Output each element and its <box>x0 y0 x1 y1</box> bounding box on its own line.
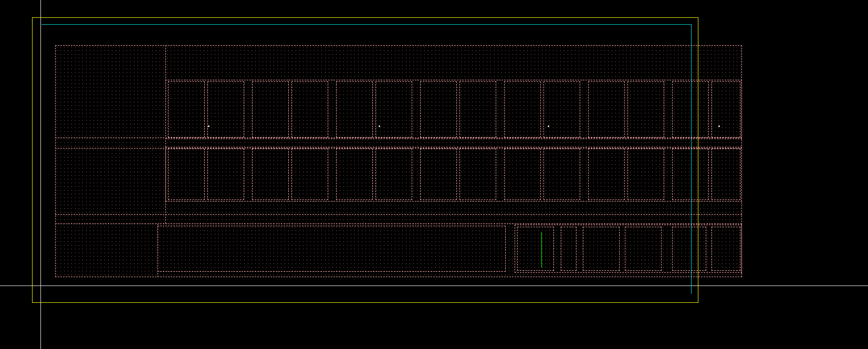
row2-cell[interactable] <box>375 149 412 200</box>
row2-cell[interactable] <box>252 149 289 200</box>
row2-cell[interactable] <box>504 149 541 200</box>
highlight-marker <box>541 232 542 268</box>
pin-marker <box>379 125 380 127</box>
row2-cell[interactable] <box>459 149 496 200</box>
row1-cell[interactable] <box>207 81 244 138</box>
row2-cell[interactable] <box>543 149 580 200</box>
row1-cell[interactable] <box>672 81 709 138</box>
row1-cell[interactable] <box>504 81 541 138</box>
row2-cell[interactable] <box>672 149 709 200</box>
row1-cell[interactable] <box>628 81 664 138</box>
row1-cell[interactable] <box>712 81 740 138</box>
row1-cell[interactable] <box>420 81 457 138</box>
row3-cell[interactable] <box>625 227 662 271</box>
row3-cell[interactable] <box>583 227 620 271</box>
row3-cell[interactable] <box>517 227 554 271</box>
row2-cell[interactable] <box>628 149 664 200</box>
row3-cell[interactable] <box>672 227 706 271</box>
row3-cell[interactable] <box>712 227 740 271</box>
row1-cell[interactable] <box>459 81 496 138</box>
row2-cell[interactable] <box>588 149 625 200</box>
row1-cell[interactable] <box>252 81 289 138</box>
row2-cell[interactable] <box>336 149 373 200</box>
row2-cell[interactable] <box>712 149 740 200</box>
row2-cell[interactable] <box>168 149 205 200</box>
row1-cell[interactable] <box>588 81 625 138</box>
row1-cell[interactable] <box>543 81 580 138</box>
row2-cell[interactable] <box>207 149 244 200</box>
pin-marker <box>208 125 210 127</box>
row1-cell[interactable] <box>291 81 328 138</box>
row-divider-2b <box>55 224 742 224</box>
row1-cell[interactable] <box>375 81 412 138</box>
layout-canvas[interactable] <box>0 0 868 349</box>
pin-marker <box>718 125 720 127</box>
pin-marker <box>548 125 549 127</box>
row3-long-block[interactable] <box>158 226 506 272</box>
row2-cell[interactable] <box>420 149 457 200</box>
row1-cell[interactable] <box>336 81 373 138</box>
row-divider-2 <box>55 214 742 215</box>
row2-cell[interactable] <box>291 149 328 200</box>
row1-cell[interactable] <box>168 81 205 138</box>
row3-cell[interactable] <box>561 227 577 271</box>
